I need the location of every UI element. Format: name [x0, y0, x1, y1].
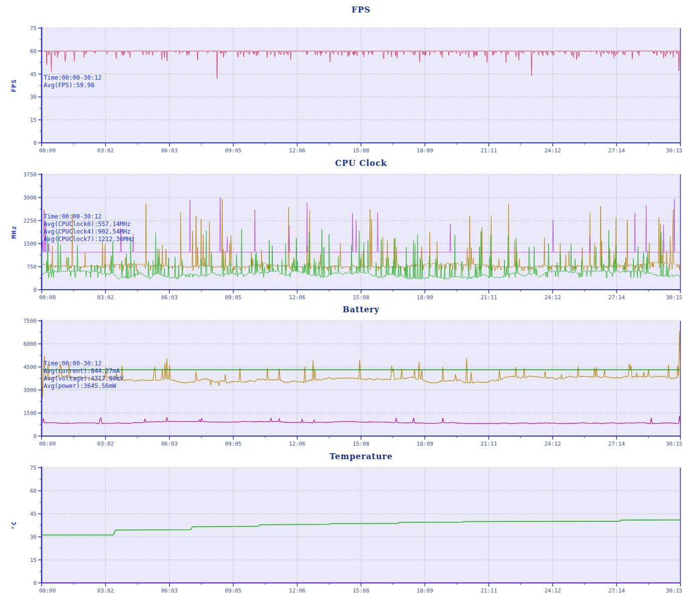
x-tick-label: 18:09 [417, 587, 433, 594]
x-tick-label: 15:08 [353, 147, 369, 154]
annotation-line: Time:00:00-30:12 [44, 213, 134, 221]
y-tick-label: 45 [30, 511, 37, 517]
x-tick-label: 06:03 [161, 441, 178, 447]
annotation-line: Avg(CPUClock4):902.54MHz [44, 228, 134, 236]
x-tick-label: 09:05 [225, 294, 242, 301]
temperature-chart: Temperature °C 0153045607500:0003:0206:0… [0, 449, 700, 605]
y-tick-label: 75 [30, 25, 37, 32]
y-tick-label: 750 [27, 264, 37, 270]
x-tick-label: 12:06 [289, 294, 305, 301]
annotation-line: Avg(FPS):59.98 [44, 82, 102, 89]
x-tick-label: 24:12 [545, 587, 561, 594]
y-tick-label: 4500 [24, 364, 37, 370]
x-tick-label: 06:03 [161, 294, 178, 301]
x-tick-label: 30:15 [666, 147, 682, 154]
battery-chart-annotation: Time:00:00-30:12Avg(current):844.27mAAvg… [44, 360, 123, 390]
x-tick-label: 21:11 [480, 294, 497, 301]
x-tick-label: 12:06 [289, 441, 305, 447]
y-tick-label: 0 [33, 287, 37, 293]
x-tick-label: 18:09 [417, 147, 433, 154]
x-tick-label: 15:08 [353, 294, 369, 301]
x-tick-label: 09:05 [225, 441, 242, 447]
y-tick-label: 0 [33, 433, 37, 440]
fps-chart-annotation: Time:00:00-30:12Avg(FPS):59.98 [44, 74, 102, 89]
x-tick-label: 00:00 [39, 147, 56, 154]
annotation-line: Time:00:00-30:12 [44, 360, 123, 367]
x-tick-label: 18:09 [417, 294, 433, 301]
y-tick-label: 75 [30, 465, 37, 471]
x-tick-label: 09:05 [225, 587, 242, 594]
x-tick-label: 15:08 [353, 587, 369, 594]
y-tick-label: 1500 [24, 410, 37, 417]
y-tick-label: 15 [30, 117, 37, 123]
x-tick-label: 03:02 [97, 587, 114, 594]
y-tick-label: 3000 [24, 194, 37, 201]
x-tick-label: 24:12 [545, 294, 561, 301]
annotation-line: Avg(CPUClock7):1212.36MHz [44, 236, 134, 243]
fps-chart: FPS FPS Time:00:00-30:12Avg(FPS):59.98 0… [0, 0, 700, 155]
annotation-line: Avg(voltage):4317.80mV [44, 375, 123, 382]
x-tick-label: 21:11 [480, 147, 497, 154]
y-tick-label: 45 [30, 71, 37, 78]
x-tick-label: 30:15 [666, 587, 682, 594]
y-tick-label: 7500 [24, 318, 37, 324]
y-tick-label: 15 [30, 557, 37, 563]
x-tick-label: 24:12 [545, 441, 561, 447]
annotation-line: Avg(CPUClock0):557.14MHz [44, 221, 134, 228]
battery-chart: Battery Time:00:00-30:12Avg(current):844… [0, 302, 700, 449]
x-tick-label: 03:02 [97, 147, 114, 154]
x-tick-label: 15:08 [353, 441, 369, 447]
y-tick-label: 0 [33, 580, 37, 586]
y-tick-label: 3750 [24, 171, 37, 178]
fps-plot-area: 0153045607500:0003:0206:0309:0512:0615:0… [0, 0, 700, 155]
y-tick-label: 6000 [24, 341, 37, 347]
y-tick-label: 0 [33, 140, 37, 146]
x-tick-label: 00:00 [39, 294, 56, 301]
annotation-line: Time:00:00-30:12 [44, 74, 102, 82]
x-tick-label: 03:02 [97, 441, 114, 447]
annotation-line: Avg(power):3645.56mW [44, 382, 123, 390]
y-tick-label: 3000 [24, 387, 37, 393]
y-tick-label: 60 [30, 488, 37, 494]
x-tick-label: 27:14 [608, 587, 625, 594]
performance-report-page: FPS FPS Time:00:00-30:12Avg(FPS):59.98 0… [0, 0, 700, 605]
x-tick-label: 12:06 [289, 587, 305, 594]
x-tick-label: 21:11 [480, 441, 497, 447]
temperature-plot-area: 0153045607500:0003:0206:0309:0512:0615:0… [0, 449, 700, 605]
y-tick-label: 30 [30, 534, 37, 540]
annotation-line: Avg(current):844.27mA [44, 367, 123, 375]
x-tick-label: 24:12 [545, 147, 561, 154]
x-tick-label: 12:06 [289, 147, 305, 154]
x-tick-label: 09:05 [225, 147, 242, 154]
x-tick-label: 21:11 [480, 587, 497, 594]
x-tick-label: 06:03 [161, 147, 178, 154]
x-tick-label: 03:02 [97, 294, 114, 301]
x-tick-label: 00:00 [39, 587, 56, 594]
x-tick-label: 27:14 [608, 441, 625, 447]
x-tick-label: 27:14 [608, 147, 625, 154]
x-tick-label: 00:00 [39, 441, 56, 447]
cpu-clock-chart: CPU Clock MHz Time:00:00-30:12Avg(CPUClo… [0, 155, 700, 302]
x-tick-label: 18:09 [417, 441, 433, 447]
y-tick-label: 2250 [24, 218, 37, 224]
x-tick-label: 30:15 [666, 294, 682, 301]
y-tick-label: 60 [30, 48, 37, 55]
x-tick-label: 06:03 [161, 587, 178, 594]
y-tick-label: 1500 [24, 241, 37, 247]
cpu-clock-chart-annotation: Time:00:00-30:12Avg(CPUClock0):557.14MHz… [44, 213, 134, 243]
x-tick-label: 27:14 [608, 294, 625, 301]
x-tick-label: 30:15 [666, 441, 682, 447]
y-tick-label: 30 [30, 94, 37, 100]
